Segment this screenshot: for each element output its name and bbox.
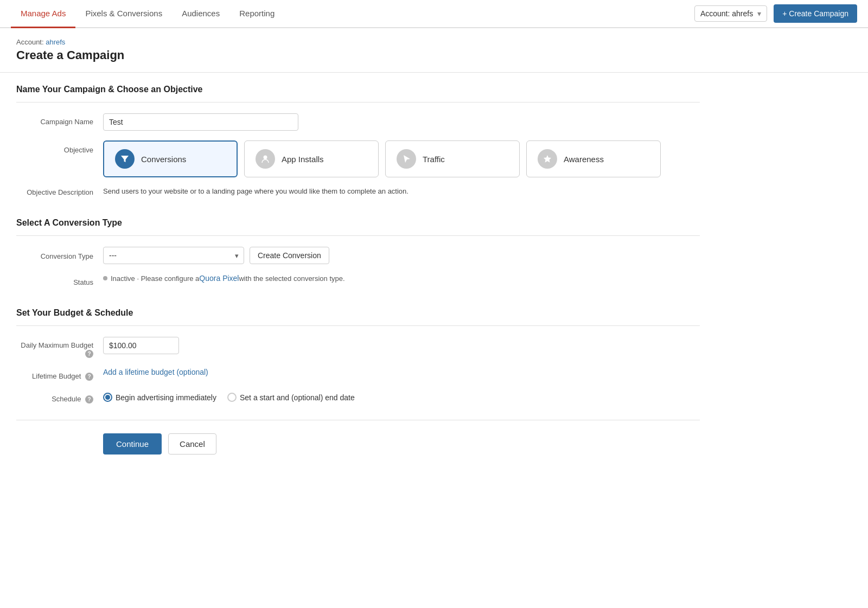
daily-budget-label: Daily Maximum Budget xyxy=(21,341,93,349)
cancel-button[interactable]: Cancel xyxy=(168,433,216,455)
objective-cards: Conversions App Installs xyxy=(103,140,700,177)
campaign-name-label: Campaign Name xyxy=(16,113,103,126)
cursor-icon xyxy=(397,149,416,169)
nav-audiences[interactable]: Audiences xyxy=(172,0,229,28)
lifetime-budget-label-container: Lifetime Budget ? xyxy=(16,368,103,381)
schedule-immediately-label: Begin advertising immediately xyxy=(116,393,216,402)
campaign-name-row: Campaign Name xyxy=(16,113,700,131)
nav-bar: Manage Ads Pixels & Conversions Audience… xyxy=(0,0,868,28)
breadcrumb-account-link[interactable]: ahrefs xyxy=(46,38,65,46)
funnel-icon xyxy=(115,149,135,169)
status-control: Inactive · Please configure a Quora Pixe… xyxy=(103,274,700,283)
objective-awareness-label: Awareness xyxy=(564,155,604,164)
breadcrumb-account-text: Account: xyxy=(16,38,44,46)
status-label: Status xyxy=(16,274,103,286)
lifetime-budget-help-icon[interactable]: ? xyxy=(85,373,93,381)
account-label: Account: ahrefs xyxy=(700,9,753,18)
schedule-control: Begin advertising immediately Set a star… xyxy=(103,391,700,402)
schedule-immediately-radio[interactable] xyxy=(103,393,112,402)
conversion-type-select-wrapper: --- Purchase Lead Sign Up Page View xyxy=(103,247,244,264)
daily-budget-help-icon[interactable]: ? xyxy=(85,350,93,358)
schedule-help-icon[interactable]: ? xyxy=(85,395,93,404)
conversion-type-control: --- Purchase Lead Sign Up Page View Crea… xyxy=(103,247,700,264)
objective-traffic-label: Traffic xyxy=(423,155,445,164)
campaign-name-control xyxy=(103,113,700,131)
lifetime-budget-row: Lifetime Budget ? Add a lifetime budget … xyxy=(16,368,700,381)
daily-budget-row: Daily Maximum Budget ? xyxy=(16,337,700,358)
nav-pixels-conversions[interactable]: Pixels & Conversions xyxy=(75,0,172,28)
objective-cards-container: Conversions App Installs xyxy=(103,140,700,177)
section2-title: Select A Conversion Type xyxy=(16,206,700,235)
add-lifetime-budget-link[interactable]: Add a lifetime budget (optional) xyxy=(103,368,208,376)
objective-description-label: Objective Description xyxy=(16,187,103,196)
objective-card-app-installs[interactable]: App Installs xyxy=(244,140,379,177)
objective-card-traffic[interactable]: Traffic xyxy=(385,140,520,177)
schedule-label: Schedule xyxy=(52,395,81,403)
lifetime-budget-control: Add a lifetime budget (optional) xyxy=(103,368,700,376)
nav-manage-ads[interactable]: Manage Ads xyxy=(11,0,75,28)
status-row: Status Inactive · Please configure a Quo… xyxy=(16,274,700,286)
campaign-name-input[interactable] xyxy=(103,113,298,131)
schedule-label-container: Schedule ? xyxy=(16,391,103,404)
schedule-radio-group: Begin advertising immediately Set a star… xyxy=(103,391,700,402)
nav-links: Manage Ads Pixels & Conversions Audience… xyxy=(11,0,284,27)
footer-buttons: Continue Cancel xyxy=(16,420,700,455)
conversion-type-select[interactable]: --- Purchase Lead Sign Up Page View xyxy=(103,247,244,264)
continue-button[interactable]: Continue xyxy=(103,433,162,455)
person-icon xyxy=(256,149,275,169)
objective-label: Objective xyxy=(16,140,103,154)
chevron-down-icon: ▾ xyxy=(757,9,761,18)
quora-pixel-link[interactable]: Quora Pixel xyxy=(199,274,239,283)
schedule-start-date-radio[interactable] xyxy=(227,393,237,402)
section3-title: Set Your Budget & Schedule xyxy=(16,296,700,325)
star-icon xyxy=(538,149,557,169)
schedule-start-date-label: Set a start and (optional) end date xyxy=(240,393,355,402)
main-content: Name Your Campaign & Choose an Objective… xyxy=(0,73,716,487)
status-dot xyxy=(103,276,107,280)
daily-budget-input[interactable] xyxy=(103,337,179,354)
status-content: Inactive · Please configure a Quora Pixe… xyxy=(103,274,700,283)
daily-budget-control xyxy=(103,337,700,354)
account-selector[interactable]: Account: ahrefs ▾ xyxy=(694,5,767,22)
daily-budget-label-container: Daily Maximum Budget ? xyxy=(16,337,103,358)
nav-reporting[interactable]: Reporting xyxy=(229,0,284,28)
schedule-immediately-option[interactable]: Begin advertising immediately xyxy=(103,393,216,402)
svg-point-0 xyxy=(264,156,267,159)
objective-description-text: Send users to your website or to a landi… xyxy=(103,187,700,195)
nav-right: Account: ahrefs ▾ + Create Campaign xyxy=(694,4,857,23)
lifetime-budget-label: Lifetime Budget xyxy=(32,372,81,380)
schedule-row: Schedule ? Begin advertising immediately… xyxy=(16,391,700,404)
breadcrumb: Account: ahrefs xyxy=(16,38,852,46)
create-conversion-button[interactable]: Create Conversion xyxy=(250,247,329,264)
status-inactive-text: Inactive · Please configure a xyxy=(111,274,199,283)
conversion-type-label: Conversion Type xyxy=(16,247,103,260)
breadcrumb-area: Account: ahrefs Create a Campaign xyxy=(0,28,868,65)
objective-row: Objective Conversions xyxy=(16,140,700,177)
create-campaign-button[interactable]: + Create Campaign xyxy=(774,4,857,23)
objective-card-conversions[interactable]: Conversions xyxy=(103,140,238,177)
objective-description-row: Objective Description Send users to your… xyxy=(16,187,700,196)
conversion-type-row: Conversion Type --- Purchase Lead Sign U… xyxy=(16,247,700,264)
schedule-start-date-option[interactable]: Set a start and (optional) end date xyxy=(227,393,355,402)
objective-card-awareness[interactable]: Awareness xyxy=(526,140,661,177)
objective-conversions-label: Conversions xyxy=(141,155,186,164)
status-suffix-text: with the selected conversion type. xyxy=(239,274,344,283)
objective-app-installs-label: App Installs xyxy=(282,155,324,164)
page-title: Create a Campaign xyxy=(16,48,852,62)
section1-title: Name Your Campaign & Choose an Objective xyxy=(16,73,700,102)
conversion-type-select-wrap: --- Purchase Lead Sign Up Page View Crea… xyxy=(103,247,700,264)
